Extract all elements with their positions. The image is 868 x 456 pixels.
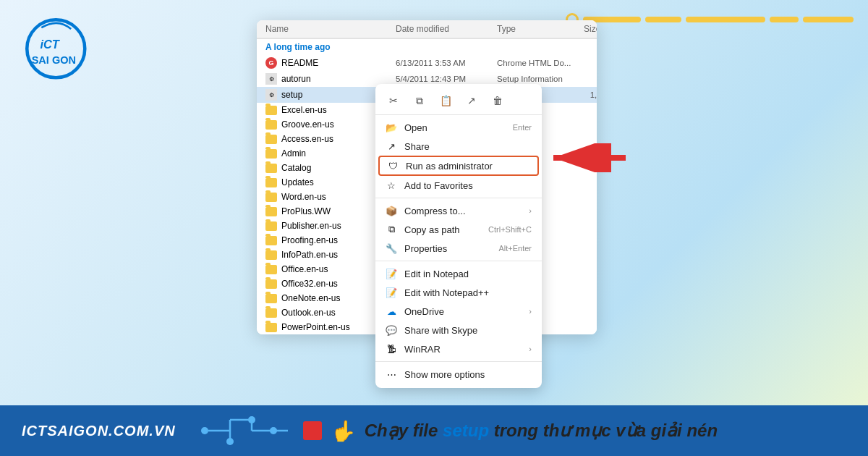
more-options-icon: ⋯: [386, 368, 397, 380]
ctx-run-admin-left: 🛡 Run as administrator: [387, 160, 493, 172]
explorer-header: Name Date modified Type Size: [257, 20, 597, 39]
ctx-compress-label: Compress to...: [404, 206, 466, 216]
ctx-more-options[interactable]: ⋯ Show more options: [375, 365, 542, 384]
ctx-paste-button[interactable]: 📋: [438, 93, 454, 109]
ctx-onedrive-label: OneDrive: [404, 306, 444, 317]
readme-label: README: [281, 58, 318, 68]
folder-label: OneNote.en-us: [281, 293, 340, 303]
context-menu: ✂ ⧉ 📋 ↗ 🗑 📂 Open Enter ↗ Share 🛡 Run as …: [375, 84, 542, 388]
autorun-icon: ⚙: [265, 73, 277, 85]
ctx-copy-button[interactable]: ⧉: [412, 93, 427, 109]
setup-icon: ⚙: [265, 89, 277, 101]
deco-line-4: [770, 17, 799, 22]
setup-label: setup: [281, 90, 302, 100]
ctx-share[interactable]: ↗ Share: [375, 137, 542, 156]
folder-label: Publisher.en-us: [281, 221, 341, 231]
folder-label: Access.en-us: [281, 134, 333, 144]
folder-label: Proofing.en-us: [281, 235, 338, 245]
folder-label: Word.en-us: [281, 192, 326, 202]
bottom-instruction: Chạy file setup trong thư mục vừa giải n…: [365, 421, 718, 441]
ctx-share-left: ↗ Share: [386, 140, 430, 152]
deco-top-right: [566, 13, 854, 26]
onedrive-icon: ☁: [386, 305, 397, 317]
folder-icon: [265, 149, 277, 159]
ctx-run-admin-label: Run as administrator: [406, 161, 493, 172]
ctx-skype[interactable]: 💬 Share with Skype: [375, 321, 542, 339]
ctx-compress-left: 📦 Compress to...: [386, 205, 466, 216]
ctx-properties-label: Properties: [404, 243, 447, 254]
folder-icon: [265, 236, 277, 245]
autorun-type: Setup Information: [497, 75, 584, 83]
skype-icon: 💬: [386, 324, 397, 336]
folder-label: Admin: [281, 148, 306, 159]
admin-icon: 🛡: [387, 160, 399, 172]
ctx-cut-button[interactable]: ✂: [386, 93, 401, 109]
onedrive-arrow: ›: [529, 307, 532, 316]
setup-size: 1,346 KB: [584, 90, 597, 99]
autorun-date: 5/4/2011 12:43 PM: [396, 75, 497, 83]
ctx-open-shortcut: Enter: [513, 123, 532, 132]
folder-label: Groove.en-us: [281, 119, 334, 130]
ctx-copy-path[interactable]: ⧉ Copy as path Ctrl+Shift+C: [375, 220, 542, 239]
bottom-bar: ICTSAIGON.COM.VN 👆 Chạy file setup trong…: [0, 405, 868, 456]
ctx-notepadpp-left: 📝 Edit with Notepad++: [386, 287, 489, 298]
folder-icon: [265, 265, 277, 274]
ctx-winrar[interactable]: 🗜 WinRAR ›: [375, 339, 542, 358]
file-row-readme[interactable]: G README 6/13/2011 3:53 AM Chrome HTML D…: [257, 55, 597, 71]
ctx-more-options-left: ⋯ Show more options: [386, 368, 485, 380]
ctx-winrar-left: 🗜 WinRAR: [386, 343, 441, 355]
ctx-favorites[interactable]: ☆ Add to Favorites: [375, 176, 542, 195]
ctx-run-admin[interactable]: 🛡 Run as administrator: [378, 156, 539, 176]
ctx-divider-1: [375, 198, 542, 198]
col-size: Size: [584, 24, 597, 34]
folder-icon: [265, 164, 277, 173]
ctx-notepad[interactable]: 📝 Edit in Notepad: [375, 264, 542, 283]
folder-icon: [265, 323, 277, 332]
folder-icon: [265, 294, 277, 303]
ctx-onedrive-left: ☁ OneDrive: [386, 305, 444, 317]
folder-label: InfoPath.en-us: [281, 250, 338, 260]
readme-icon: G: [265, 57, 277, 69]
open-icon: 📂: [386, 122, 397, 133]
folder-icon: [265, 193, 277, 202]
ctx-share-button[interactable]: ↗: [464, 93, 480, 109]
ctx-delete-button[interactable]: 🗑: [490, 93, 506, 109]
folder-icon: [265, 178, 277, 187]
ctx-divider-2: [375, 261, 542, 261]
ctx-more-options-label: Show more options: [404, 369, 485, 380]
properties-icon: 🔧: [386, 242, 397, 254]
file-name-autorun: ⚙ autorun: [265, 73, 396, 85]
ctx-winrar-label: WinRAR: [404, 344, 441, 355]
svg-point-5: [201, 427, 208, 434]
ctx-copy-path-label: Copy as path: [404, 224, 460, 235]
ctx-properties[interactable]: 🔧 Properties Alt+Enter: [375, 239, 542, 258]
ctx-copy-path-shortcut: Ctrl+Shift+C: [488, 225, 532, 234]
section-label: A long time ago: [257, 39, 597, 55]
folder-icon: [265, 135, 277, 144]
circuit-svg: [197, 413, 292, 449]
folder-icon: [265, 279, 277, 289]
instruction-setup: setup: [443, 421, 489, 440]
column-headers: Name Date modified Type Size: [257, 20, 597, 38]
deco-line-3: [686, 17, 765, 22]
folder-label: Office32.en-us: [281, 279, 338, 289]
instruction-text-2: trong thư mục vừa giải nén: [489, 421, 718, 440]
autorun-size: 1 KB: [584, 75, 597, 83]
folder-label: Outlook.en-us: [281, 308, 336, 318]
folder-label: Updates: [281, 177, 314, 187]
winrar-icon: 🗜: [386, 343, 397, 355]
bottom-text: 👆 Chạy file setup trong thư mục vừa giải…: [303, 419, 846, 443]
ctx-compress[interactable]: 📦 Compress to... ›: [375, 201, 542, 220]
ctx-notepadpp[interactable]: 📝 Edit with Notepad++: [375, 283, 542, 302]
folder-icon: [265, 308, 277, 318]
logo-svg: iCT SAI GON: [22, 14, 94, 87]
ctx-onedrive[interactable]: ☁ OneDrive ›: [375, 302, 542, 321]
notepadpp-icon: 📝: [386, 287, 397, 298]
star-icon: ☆: [386, 180, 397, 191]
ctx-open[interactable]: 📂 Open Enter: [375, 118, 542, 137]
folder-label: Catalog: [281, 163, 311, 173]
pointer-icon: 👆: [331, 419, 356, 443]
ctx-toolbar: ✂ ⧉ 📋 ↗ 🗑: [375, 88, 542, 115]
ctx-notepadpp-label: Edit with Notepad++: [404, 287, 489, 298]
notepad-icon: 📝: [386, 268, 397, 279]
